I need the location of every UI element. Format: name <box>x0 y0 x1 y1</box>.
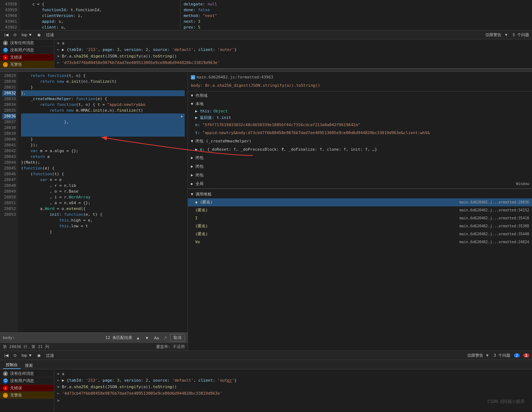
code-text-col: return function(t, n) { return new e.ini… <box>18 72 188 332</box>
console-tabs-row: 控制台 搜索 <box>0 360 532 369</box>
icon-warning-b: ⚠ <box>3 393 8 398</box>
search-label: body: <box>3 335 15 340</box>
icon-none-b: ≡ <box>3 371 8 376</box>
icon-user: ⓘ <box>3 48 8 53</box>
icon-none: ≡ <box>3 40 8 46</box>
breakpoint-info: ✓ main.6d620482.js:formatted:43963 <box>188 73 532 82</box>
console-row-error: ✕ 无错误 <box>0 54 54 61</box>
bottom-panel: 28029 28030 28031 28032 28033 28034 2803… <box>0 72 532 412</box>
console-row-user-b: ⓘ 没有用户消息 <box>0 377 54 385</box>
panel-separator <box>0 69 532 72</box>
coverage-label: 覆盖率: 不适用 <box>156 344 185 349</box>
breakpoint-checkbox: ✓ <box>191 75 195 80</box>
closure3-title[interactable]: ▶ 闭包 <box>188 171 532 180</box>
scope-title[interactable]: ▼ 作用域 <box>188 91 532 100</box>
top-toolbar: |◀ ⊙ top ▼ ◉ 过滤 仅限警告 ▼ 3 个问题 <box>0 30 532 39</box>
console-back-btn[interactable]: |◀ <box>3 352 10 359</box>
icon-error-b: ✕ <box>3 386 8 391</box>
stack-item-4[interactable]: (匿名) main.6d620482.j...ormatted:35440 <box>188 230 532 238</box>
console-bottom-split: ≡ 没有任何消息 ⓘ 没有用户消息 ✕ 无错误 ⚠ <box>0 370 532 411</box>
line-numbers-col: 28029 28030 28031 28032 28033 28034 2803… <box>0 72 18 332</box>
console-filter-bottom: ≡ 没有任何消息 ⓘ 没有用户消息 ✕ 无错误 ⚠ <box>0 370 54 411</box>
console-filter-label: 过滤 <box>46 353 54 358</box>
issue-count: 3 个问题 <box>512 32 529 38</box>
icon-user-b: ⓘ <box>3 378 8 383</box>
search-down-btn[interactable]: ▼ <box>143 335 150 341</box>
closure1-title[interactable]: ▶ 闭包 <box>188 154 532 162</box>
console-filter-list: ≡ 没有任何消息 ⓘ 没有用户消息 ✕ 无错误 ⚠ 无警告 <box>0 39 54 68</box>
eye-btn[interactable]: ◉ <box>36 32 42 38</box>
console-eye-btn[interactable]: ◉ <box>36 352 42 359</box>
console-row-error-b: ✕ 无错误 <box>0 385 54 392</box>
top-code-content: c = { functionId: t.functionId, clientVe… <box>20 0 180 30</box>
body-debug-line: body: Br.a.sha256_digest(JSON.stringify(… <box>188 82 532 91</box>
console-stop-btn[interactable]: ⊙ <box>12 352 18 359</box>
split-view: 28029 28030 28031 28032 28033 28034 2803… <box>0 72 532 351</box>
search-up-btn[interactable]: ▲ <box>134 335 141 341</box>
breakpoint-file: main.6d620482.js:formatted:43963 <box>197 74 273 81</box>
top-line-numbers: 43958 43959 43960 43961 43962 43963 <box>0 0 20 30</box>
icon-error: ✕ <box>3 55 8 60</box>
console-messages-bottom: ≡ 没有任何消息 ⓘ 没有用户消息 ✕ 无错误 ⚠ <box>0 369 532 412</box>
left-code-pane: 28029 28030 28031 28032 28033 28034 2803… <box>0 72 188 351</box>
console-row-warning: ⚠ 无警告 <box>0 61 54 68</box>
top-right-scope: delegate: null done: false method: "next… <box>181 0 532 30</box>
scope-view: ✓ main.6d620482.js:formatted:43963 body:… <box>188 72 532 351</box>
stop-btn[interactable]: ⊙ <box>12 32 18 38</box>
back-btn[interactable]: |◀ <box>3 32 10 38</box>
console-row-warning-b: ⚠ 无警告 <box>0 392 54 399</box>
bottom-console: |◀ ⊙ top ▼ ◉ 过滤 仅限警告 ▼ 3 个问题 2 1 控制台 搜索 <box>0 351 532 412</box>
warning-label: 仅限警告 <box>485 32 501 38</box>
closure-hmac-title[interactable]: ▼ 闭包 (_createHmacHelper) <box>188 137 532 146</box>
tab-console[interactable]: 控制台 <box>3 361 21 369</box>
top-console-split: ≡ 没有任何消息 ⓘ 没有用户消息 ✕ 无错误 ⚠ 无警告 > a <box>0 39 532 68</box>
console-row-none: ≡ 没有任何消息 <box>0 39 54 47</box>
n-item: n: "5f6f717619833832c48c6658339e18856f44… <box>188 121 532 129</box>
search-results: 12 条匹配结果 <box>106 335 133 340</box>
search-bar: body: 12 条匹配结果 ▲ ▼ Aa .* 取消 <box>0 332 188 343</box>
top-console-output: > a ← ▶ {tabId: '213', page: 3, version:… <box>54 39 532 68</box>
console-row-none-b: ≡ 没有任何消息 <box>0 370 54 377</box>
console-warning-label: 仅限警告 <box>467 353 483 358</box>
search-aa-btn[interactable]: Aa <box>153 335 160 341</box>
issue-badge-blue: 2 <box>514 353 520 357</box>
cursor-position: 第 28036 行，第 21 列 <box>3 344 49 349</box>
right-debug-pane: ✓ main.6d620482.js:formatted:43963 body:… <box>188 72 532 351</box>
stack-item-2[interactable]: I main.6d620482.j...ormatted:35410 <box>188 214 532 222</box>
top-dropdown[interactable]: top ▼ <box>20 32 34 38</box>
window-label: Window <box>516 181 529 187</box>
console-top-dropdown[interactable]: top ▼ <box>20 352 34 358</box>
search-regex-btn[interactable]: .* <box>163 335 168 341</box>
status-bar: 第 28036 行，第 21 列 覆盖率: 不适用 <box>0 343 188 351</box>
app-container: 43958 43959 43960 43961 43962 43963 c = … <box>0 0 532 412</box>
stack-item-5[interactable]: Vo main.6d620482.j...ormatted:24024 <box>188 238 532 246</box>
t-item: t: "appid:newtry&body:d73cb47f6b80458e98… <box>188 129 532 137</box>
call-stack-section: ▼ 调用堆栈 ◆ (匿名) main.6d620482.j...ormatted… <box>188 189 532 248</box>
console-row-user: ⓘ 没有用户消息 <box>0 47 54 54</box>
stack-item-0[interactable]: ◆ (匿名) main.6d620482.j...ormatted:28036 <box>188 198 532 206</box>
icon-warning: ⚠ <box>3 62 8 67</box>
local-scope-title[interactable]: ▼ 本地 <box>188 100 532 108</box>
search-cancel-btn[interactable]: 取消 <box>170 334 185 342</box>
console-output-bottom: > a ← ▶ {tabId: '213', page: 3, version:… <box>54 370 532 411</box>
closure2-title[interactable]: ▶ 闭包 <box>188 162 532 171</box>
console-tab-bar: |◀ ⊙ top ▼ ◉ 过滤 仅限警告 ▼ 3 个问题 2 1 <box>0 351 532 360</box>
filter-label: 过滤 <box>46 32 54 38</box>
issue-badge-red: 1 <box>523 353 529 357</box>
code-editor: 28029 28030 28031 28032 28033 28034 2803… <box>0 72 188 332</box>
top-panel: 43958 43959 43960 43961 43962 43963 c = … <box>0 0 532 69</box>
this-item[interactable]: ▶ this: Object <box>188 108 532 115</box>
global-scope-title[interactable]: ▶ 全局 Window <box>188 180 532 188</box>
stack-item-3[interactable]: (匿名) main.6d620482.j...ormatted:35388 <box>188 222 532 230</box>
tab-search[interactable]: 搜索 <box>22 362 36 369</box>
return-item[interactable]: ▶ 返回值: t.init <box>188 115 532 121</box>
watermark: CSDN @阿骚小贱男 <box>488 399 525 405</box>
e-item-expand[interactable]: ▶ e: {_doReset: f, _doProcessBlock: f, _… <box>188 146 532 154</box>
call-stack-title[interactable]: ▼ 调用堆栈 <box>188 190 532 198</box>
stack-item-1[interactable]: (匿名) main.6d620482.j...ormatted:34152 <box>188 206 532 214</box>
top-code-area: 43958 43959 43960 43961 43962 43963 c = … <box>0 0 532 30</box>
